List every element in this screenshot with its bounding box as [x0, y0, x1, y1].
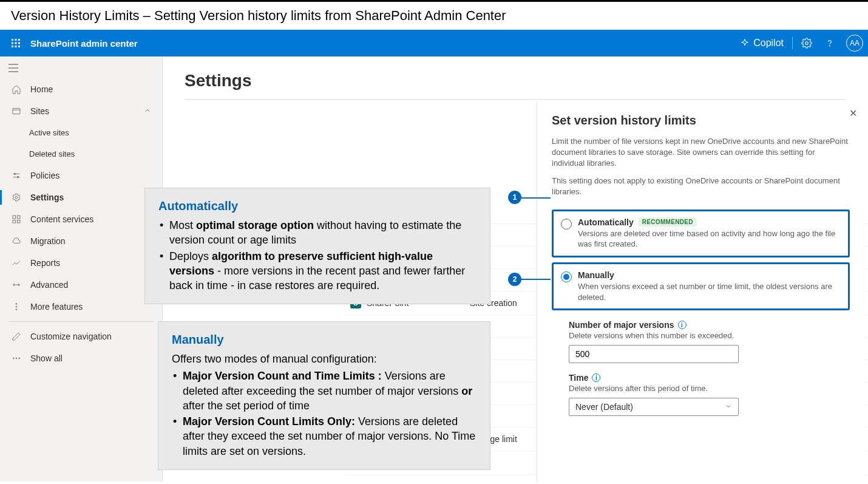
nav-more-features[interactable]: More features — [0, 296, 162, 318]
left-nav: Home Sites Active sites Deleted sites Po… — [0, 56, 163, 482]
sites-icon — [11, 106, 22, 116]
time-group: Timei Delete versions after this period … — [569, 373, 850, 416]
radio-icon — [561, 271, 572, 282]
nav-label: Active sites — [29, 128, 69, 137]
chevron-down-icon — [725, 402, 732, 412]
panel-note: This setting does not apply to existing … — [552, 176, 850, 197]
panel-title: Set version history limits — [552, 114, 850, 128]
nav-separator — [8, 321, 154, 322]
option-automatically[interactable]: 1 AutomaticallyRECOMMENDED Versions are … — [552, 210, 850, 257]
content-services-icon — [11, 214, 22, 224]
option-manually[interactable]: 2 Manually When versions exceed a set nu… — [552, 262, 850, 310]
svg-point-25 — [13, 284, 15, 286]
close-icon[interactable]: ✕ — [849, 107, 857, 119]
svg-rect-0 — [12, 39, 13, 41]
svg-point-9 — [805, 42, 809, 45]
gear-icon — [11, 193, 22, 202]
nav-reports[interactable]: Reports — [0, 252, 162, 274]
annotation-bubble-2: 2 — [508, 273, 521, 286]
collapse-nav-icon[interactable] — [0, 60, 162, 78]
product-name: SharePoint admin center — [30, 38, 138, 49]
svg-point-29 — [16, 309, 17, 310]
svg-rect-22 — [17, 216, 20, 219]
nav-advanced[interactable]: Advanced — [0, 274, 162, 296]
nav-label: Show all — [30, 353, 63, 363]
edit-icon — [11, 332, 22, 341]
info-icon[interactable]: i — [678, 321, 687, 329]
field-label: Number of major versions — [569, 320, 674, 330]
nav-label: Migration — [30, 236, 66, 246]
nav-settings[interactable]: Settings — [0, 186, 162, 208]
svg-rect-24 — [17, 220, 20, 223]
ellipsis-icon — [11, 353, 22, 363]
svg-point-26 — [18, 284, 20, 286]
chevron-up-icon — [144, 106, 151, 116]
svg-rect-7 — [15, 46, 17, 47]
nav-deleted-sites[interactable]: Deleted sites — [0, 143, 162, 165]
callout-manually: Manually Offers two modes of manual conf… — [158, 321, 490, 470]
field-help: Delete versions after this period of tim… — [569, 384, 850, 393]
settings-heading: Settings — [185, 71, 846, 90]
svg-point-10 — [830, 46, 830, 46]
svg-point-32 — [19, 358, 20, 359]
svg-rect-6 — [12, 46, 13, 47]
panel-description: Limit the number of file versions kept i… — [552, 136, 850, 169]
svg-point-30 — [13, 358, 14, 359]
copilot-label: Copilot — [753, 38, 784, 49]
settings-gear-icon[interactable] — [795, 30, 818, 56]
nav-label: More features — [30, 302, 83, 312]
option-title: Automatically — [578, 217, 634, 227]
nav-active-sites[interactable]: Active sites — [0, 122, 162, 143]
svg-point-28 — [16, 306, 17, 307]
callout-title: Manually — [172, 332, 476, 348]
time-select[interactable]: Never (Default) — [569, 398, 739, 416]
option-description: Versions are deleted over time based on … — [578, 228, 841, 250]
svg-rect-2 — [18, 39, 20, 41]
nav-customize[interactable]: Customize navigation — [0, 326, 162, 347]
field-label: Time — [569, 373, 588, 383]
user-avatar[interactable]: AA — [846, 35, 863, 52]
svg-rect-1 — [15, 39, 17, 41]
nav-show-all[interactable]: Show all — [0, 347, 162, 369]
nav-content-services[interactable]: Content services — [0, 208, 162, 230]
nav-label: Content services — [30, 214, 93, 224]
nav-label: Settings — [30, 193, 64, 202]
option-title: Manually — [578, 270, 614, 280]
annotation-line — [521, 197, 551, 199]
info-icon[interactable]: i — [592, 373, 600, 382]
help-icon[interactable] — [818, 30, 841, 56]
nav-label: Reports — [30, 258, 60, 268]
svg-rect-21 — [13, 216, 16, 219]
nav-label: Customize navigation — [30, 332, 112, 341]
nav-migration[interactable]: Migration — [0, 230, 162, 252]
nav-sites[interactable]: Sites — [0, 100, 162, 122]
more-icon — [11, 302, 22, 312]
svg-rect-14 — [13, 108, 20, 114]
select-value: Never (Default) — [575, 402, 633, 412]
svg-point-31 — [16, 358, 17, 359]
nav-label: Home — [30, 84, 53, 94]
option-description: When versions exceed a set number or tim… — [578, 281, 841, 302]
field-help: Delete versions when this number is exce… — [569, 331, 850, 340]
nav-policies[interactable]: Policies — [0, 165, 162, 186]
migration-icon — [11, 236, 22, 246]
separator — [792, 37, 793, 49]
nav-home[interactable]: Home — [0, 78, 162, 100]
annotation-bubble-1: 1 — [508, 191, 521, 204]
svg-rect-8 — [18, 46, 20, 47]
major-versions-input[interactable] — [569, 345, 739, 363]
policies-icon — [11, 171, 22, 180]
divider — [185, 99, 846, 100]
svg-rect-3 — [12, 43, 13, 44]
nav-label: Advanced — [30, 280, 68, 290]
major-versions-group: Number of major versionsi Delete version… — [569, 320, 850, 363]
svg-rect-5 — [18, 43, 20, 44]
home-icon — [11, 84, 22, 94]
app-launcher-icon[interactable] — [5, 32, 27, 54]
reports-icon — [11, 258, 22, 268]
advanced-icon — [11, 280, 22, 290]
app-header: SharePoint admin center Copilot AA — [0, 30, 868, 56]
copilot-button[interactable]: Copilot — [734, 30, 790, 56]
nav-label: Deleted sites — [29, 149, 75, 158]
recommended-badge: RECOMMENDED — [639, 217, 697, 227]
